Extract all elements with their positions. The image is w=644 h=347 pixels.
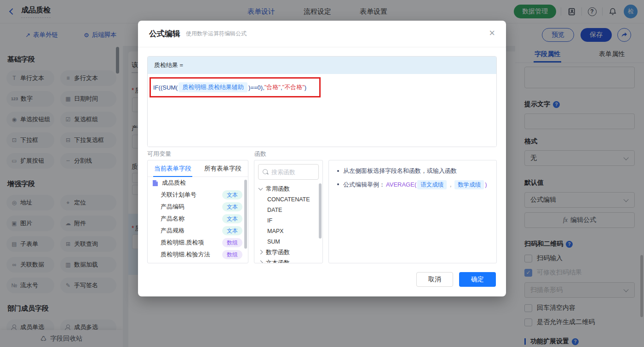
- modal-title: 公式编辑: [149, 28, 180, 39]
- type-badge: 文本: [222, 226, 242, 235]
- document-icon: [152, 180, 158, 187]
- variable-item[interactable]: 产品编码文本: [148, 201, 248, 213]
- help-tip: 从左侧面板选择字段名和函数，或输入函数: [336, 167, 489, 175]
- confirm-button[interactable]: 确定: [459, 272, 496, 287]
- example-field-chip: 数学成绩: [454, 180, 484, 189]
- formula-box: 质检结果 = IF((SUM( 质检明细.质检结果辅助 )==0), "合格" …: [147, 56, 497, 147]
- formula-target: 质检结果 =: [148, 57, 496, 74]
- variables-scrollbar[interactable]: [244, 180, 247, 249]
- cancel-button[interactable]: 取消: [416, 272, 453, 287]
- type-badge: 文本: [222, 214, 242, 223]
- help-tip-example: 公式编辑举例： AVERAGE( 语文成绩 ， 数学成绩 ): [336, 180, 489, 189]
- variable-item[interactable]: 质检明细.检验方法数组: [148, 249, 248, 261]
- chevron-right-icon: [259, 250, 263, 255]
- function-group-math[interactable]: 数学函数: [254, 247, 322, 257]
- function-item[interactable]: IF: [254, 215, 322, 226]
- modal-header: 公式编辑 使用数学运算符编辑公式 ×: [138, 21, 506, 47]
- formula-editor-modal: 公式编辑 使用数学运算符编辑公式 × 质检结果 = IF((SUM( 质检明细.…: [138, 21, 506, 296]
- formula-expression: IF((SUM( 质检明细.质检结果辅助 )==0), "合格" , "不合格"…: [153, 82, 306, 92]
- function-item[interactable]: CONCATENATE: [254, 194, 322, 205]
- function-item[interactable]: MAPX: [254, 226, 322, 236]
- function-group-common[interactable]: 常用函数: [254, 183, 322, 194]
- function-search: [258, 164, 319, 180]
- variable-item[interactable]: 关联计划单号文本: [148, 189, 248, 201]
- functions-scrollbar[interactable]: [319, 183, 322, 239]
- type-badge: 数组: [222, 238, 242, 247]
- function-item[interactable]: SUM: [254, 236, 322, 247]
- close-icon[interactable]: ×: [489, 28, 495, 38]
- function-group-text[interactable]: 文本函数: [254, 257, 322, 263]
- search-input[interactable]: [271, 169, 315, 176]
- function-item[interactable]: DATE: [254, 205, 322, 215]
- variable-item[interactable]: 质检明细.质检项数组: [148, 237, 248, 249]
- variable-item[interactable]: 产品规格文本: [148, 225, 248, 237]
- example-field-chip: 语文成绩: [417, 180, 447, 189]
- formula-help-panel: 从左侧面板选择字段名和函数，或输入函数 公式编辑举例： AVERAGE( 语文成…: [328, 160, 497, 263]
- type-badge: 文本: [222, 202, 242, 211]
- type-badge: 数组: [222, 250, 242, 259]
- variables-tree-root[interactable]: 成品质检: [148, 177, 248, 189]
- field-token-chip[interactable]: 质检明细.质检结果辅助: [178, 82, 247, 92]
- chevron-right-icon: [259, 261, 263, 263]
- variables-label: 可用变量: [147, 150, 171, 158]
- modal-subtitle: 使用数学运算符编辑公式: [186, 30, 247, 38]
- formula-input-area[interactable]: IF((SUM( 质检明细.质检结果辅助 )==0), "合格" , "不合格"…: [148, 74, 496, 147]
- tab-current-form-fields[interactable]: 当前表单字段: [148, 160, 198, 176]
- chevron-down-icon: [259, 186, 263, 190]
- variables-panel: 当前表单字段 所有表单字段 成品质检 关联计划单号文本 产品编码文本 产品名称文…: [147, 160, 248, 263]
- search-icon: [262, 169, 269, 175]
- tab-all-form-fields[interactable]: 所有表单字段: [198, 160, 248, 176]
- modal-footer: 取消 确定: [416, 272, 496, 287]
- type-badge: 文本: [222, 190, 242, 199]
- functions-label: 函数: [254, 150, 266, 158]
- variable-item[interactable]: 产品名称文本: [148, 213, 248, 225]
- functions-panel: 常用函数 CONCATENATE DATE IF MAPX SUM 数学函数 文…: [254, 160, 323, 263]
